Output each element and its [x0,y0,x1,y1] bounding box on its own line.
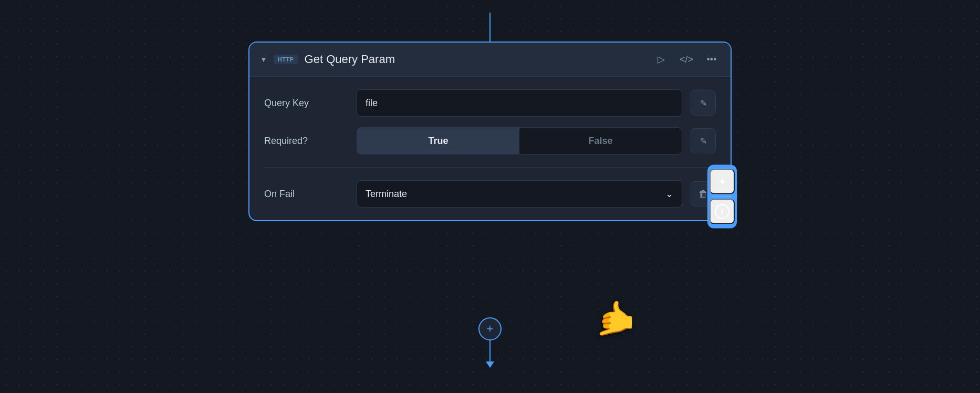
play-button[interactable]: ▷ [653,51,670,68]
required-true-option[interactable]: True [357,128,519,154]
on-fail-value: Terminate [366,189,407,200]
node-type-badge: HTTP [274,55,298,64]
required-row: Required? True False ✎ [264,127,716,154]
connector-line-top [489,13,491,44]
info-button[interactable]: i [710,199,735,224]
required-false-option[interactable]: False [519,128,682,154]
required-label: Required? [264,136,348,147]
chevron-down-icon: ⌄ [665,188,673,200]
code-button[interactable]: </> [678,51,695,68]
arrow-head-bottom [486,361,494,368]
required-toggle-group: True False [357,127,682,154]
header-actions: ▷ </> ••• [653,51,720,68]
info-icon: i [715,204,729,219]
more-button[interactable]: ••• [703,51,720,68]
node-header: ▼ HTTP Get Query Param ▷ </> ••• [249,43,731,77]
node-title: Get Query Param [305,53,647,66]
add-node-button[interactable]: + [478,317,502,340]
on-fail-label: On Fail [264,189,348,200]
cursor-pointer: 🤙 [594,299,636,338]
query-key-edit-button[interactable]: ✎ [691,90,716,116]
on-fail-dropdown[interactable]: Terminate ⌄ [357,180,682,208]
wand-button[interactable]: ✦ [710,169,735,194]
required-edit-button[interactable]: ✎ [691,128,716,153]
sidebar-divider [713,196,732,197]
bottom-connector: + [478,317,502,368]
section-separator [264,167,716,168]
query-key-row: Query Key file ✎ [264,89,716,117]
sidebar-panel: ✦ i [707,165,737,229]
query-key-input[interactable]: file [357,89,682,117]
connector-line-bottom [489,340,491,361]
on-fail-row: On Fail Terminate ⌄ 🗑 [264,180,716,208]
canvas: ▼ HTTP Get Query Param ▷ </> ••• Query K… [201,13,779,380]
node-body: Query Key file ✎ Required? True False ✎ … [249,77,731,220]
node-card: ▼ HTTP Get Query Param ▷ </> ••• Query K… [248,42,732,221]
query-key-label: Query Key [264,98,348,109]
wand-icon: ✦ [718,175,727,188]
collapse-icon[interactable]: ▼ [260,55,267,64]
query-key-value: file [366,98,378,109]
